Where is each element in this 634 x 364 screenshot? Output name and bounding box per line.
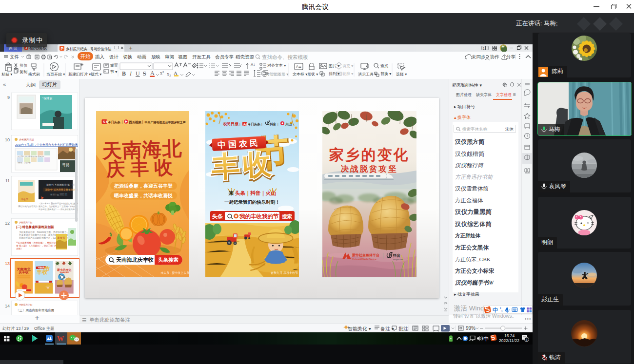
svg-text:B: B <box>122 70 126 77</box>
svg-text:晒丰收盛景，共话丰收喜悦: 晒丰收盛景，共话丰收喜悦 <box>114 193 173 198</box>
svg-text:把酒话桑麻，喜迎五谷丰登: 把酒话桑麻，喜迎五谷丰登 <box>114 183 173 189</box>
svg-text:复制: 复制 <box>20 70 27 74</box>
svg-text:美丽乡村: 美丽乡村 <box>38 155 45 157</box>
svg-text:新建幻灯片 ▾: 新建幻灯片 ▾ <box>68 72 91 77</box>
svg-text:Xinhua All Media Service: Xinhua All Media Service <box>352 258 376 261</box>
svg-text:培训计划 2022.11: 培训计划 2022.11 <box>50 193 68 196</box>
svg-text:抖音: 抖音 <box>393 253 401 258</box>
svg-text:金秋九月·庆祝丰收节: 金秋九月·庆祝丰收节 <box>270 271 298 275</box>
svg-text:排列 ▾: 排列 ▾ <box>329 72 339 76</box>
svg-text:A≡: A≡ <box>296 64 301 69</box>
svg-text:对齐文本 ▾: 对齐文本 ▾ <box>267 63 286 68</box>
svg-text:1: 1 <box>483 47 485 50</box>
svg-text:来头条 · 搜丰收上头条: 来头条 · 搜丰收上头条 <box>160 271 189 275</box>
svg-text:今日头条: 今日头条 <box>247 122 261 126</box>
svg-text:x²: x² <box>160 70 164 76</box>
svg-text:来 头条｜抖音｜火山: 来 头条｜抖音｜火山 <box>228 190 276 196</box>
svg-text:〔三〕周边商落和本地应用: 〔三〕周边商落和本地应用 <box>16 308 54 312</box>
svg-text:课程结构与内容简介: 课程结构与内容简介 <box>18 205 38 208</box>
svg-text:’,: ’, <box>500 307 503 312</box>
svg-text:我的丰收我的节: 我的丰收我的节 <box>239 213 279 219</box>
svg-text:S: S <box>143 70 146 77</box>
svg-text:剪切: 剪切 <box>20 63 27 68</box>
svg-text:16:24: 16:24 <box>504 333 515 338</box>
svg-text:2022/11/22: 2022/11/22 <box>499 338 519 343</box>
svg-text:庆丰收: 庆丰收 <box>19 270 29 274</box>
svg-text:I: I <box>129 70 132 77</box>
svg-text:丰收节: 丰收节 <box>57 236 65 239</box>
svg-text:x₂: x₂ <box>167 71 171 77</box>
svg-text:决战脱贫攻坚: 决战脱贫攻坚 <box>341 164 398 173</box>
svg-text:转智能图形 ▾: 转智能图形 ▾ <box>266 72 288 77</box>
svg-text:节: 节 <box>44 266 50 272</box>
svg-text:选择 ▾: 选择 ▾ <box>396 72 407 77</box>
svg-text:U: U <box>136 70 140 77</box>
svg-text:头条: 头条 <box>212 213 223 219</box>
svg-text:"保障农: "保障农 <box>42 96 52 100</box>
svg-text:99%: 99% <box>466 326 476 331</box>
svg-text:新时代·互联网影音(第一季): 新时代·互联网影音(第一季) <box>46 183 76 186</box>
svg-text:形状 ▾: 形状 ▾ <box>307 72 318 77</box>
svg-text:乡村振兴计划: 乡村振兴计划 <box>19 138 34 141</box>
svg-text:农业节目: 农业节目 <box>18 155 24 157</box>
svg-text:家乡的变化: 家乡的变化 <box>329 147 410 163</box>
svg-text:douyin.com: douyin.com <box>393 258 403 261</box>
svg-text:W: W <box>57 335 64 343</box>
svg-text:版式 ▾: 版式 ▾ <box>91 72 101 77</box>
svg-text:2019年4月1日，中央电视台乡土乡村栏目开始播出: 2019年4月1日，中央电视台乡土乡村栏目开始播出 <box>15 143 78 147</box>
svg-text:重置: 重置 <box>110 63 118 68</box>
svg-text:中: 中 <box>493 307 498 313</box>
svg-text:新华社全媒体平台: 新华社全媒体平台 <box>352 253 379 257</box>
svg-text:文本框 ▾: 文本框 ▾ <box>293 72 307 77</box>
svg-text:寻路: 寻路 <box>62 163 70 167</box>
svg-text:丰收节: 丰收节 <box>21 198 28 201</box>
svg-text:1: 1 <box>526 338 528 342</box>
svg-text:中央广播电视总台中国乡村之声: 中央广播电视总台中国乡村之声 <box>145 120 186 124</box>
svg-text:致富经: 致富经 <box>18 162 22 164</box>
svg-text:抖音: 抖音 <box>269 122 277 126</box>
svg-text:替换 ▾: 替换 ▾ <box>380 72 391 76</box>
svg-text:乡土中国: 乡土中国 <box>24 162 31 164</box>
svg-text:今日头条: 今日头条 <box>108 120 121 124</box>
svg-text:天南海北庆丰收: 天南海北庆丰收 <box>116 257 154 263</box>
svg-text:火山: 火山 <box>285 122 292 126</box>
svg-text:一起记录我们的快乐时刻！: 一起记录我们的快乐时刻！ <box>224 199 280 205</box>
svg-text:庆丰收: 庆丰收 <box>105 156 178 179</box>
svg-text:格式刷: 格式刷 <box>28 72 40 77</box>
svg-text:A: A <box>174 70 178 76</box>
svg-text:搜索: 搜索 <box>281 213 292 219</box>
svg-text:|: | <box>142 120 143 124</box>
svg-text:中: 中 <box>483 336 489 342</box>
svg-text:丰收中国: 丰收中国 <box>31 155 38 157</box>
svg-text:A: A <box>150 70 155 77</box>
svg-text:节 ▾: 节 ▾ <box>110 70 117 74</box>
svg-text:演示工具 ▾: 演示工具 ▾ <box>358 72 376 77</box>
svg-text:当页开始 ▾: 当页开始 ▾ <box>46 72 65 77</box>
svg-text:粘贴 ▾: 粘贴 ▾ <box>1 72 12 77</box>
svg-text:图片 ▾: 图片 ▾ <box>329 64 339 68</box>
svg-text:西瓜视频: 西瓜视频 <box>129 120 142 124</box>
svg-text:A↓: A↓ <box>251 62 255 67</box>
svg-text:P: P <box>61 46 64 51</box>
svg-text:之旅》: 之旅》 <box>16 247 23 250</box>
svg-text:填充 ▾: 填充 ▾ <box>342 64 353 68</box>
svg-text:查找: 查找 <box>380 64 388 68</box>
svg-text:丰收: 丰收 <box>210 148 275 183</box>
svg-text:(二) 特色餐桌和新框架创新: (二) 特色餐桌和新框架创新 <box>16 225 54 229</box>
svg-text:乡村美食在艺术、historic等方面，具有独特魅力，乡村特: 乡村美食在艺术、historic等方面，具有独特魅力，乡村特 <box>19 230 76 234</box>
svg-text:家乡的变化: 家乡的变化 <box>57 268 71 272</box>
svg-text:|: | <box>122 120 123 124</box>
svg-text:头条搜索: 头条搜索 <box>158 257 178 263</box>
svg-text:源创中·近为质量全面振兴计划: 源创中·近为质量全面振兴计划 <box>45 188 78 192</box>
svg-text:农民日报: 农民日报 <box>222 122 239 126</box>
svg-text:轮廓 ▾: 轮廓 ▾ <box>342 72 353 76</box>
